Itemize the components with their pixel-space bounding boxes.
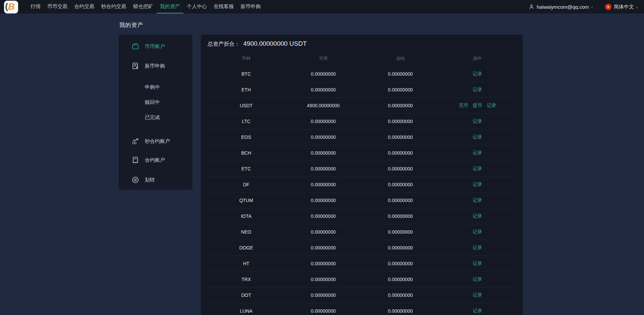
nav-item-user-center[interactable]: 个人中心 [183,0,210,13]
nav-item-spot-trading[interactable]: 币币交易 [44,0,71,13]
action-withdraw-link[interactable]: 提币 [473,103,482,109]
frozen-balance: 0.00000000 [362,308,439,314]
available-balance: 0.00000000 [285,182,362,187]
asset-row-ht: HT0.000000000.00000000记录 [208,256,516,272]
asset-row-iota: IOTA0.000000000.00000000记录 [208,208,516,224]
header-frozen: 冻结 [362,55,439,62]
brand-logo[interactable]: B [4,1,18,13]
main-nav: 行情币币交易合约交易秒合约交易锁仓挖矿我的资产个人中心在线客服新币申购 [27,0,264,13]
asset-row-etc: ETC0.000000000.00000000记录 [208,161,516,177]
action-records-link[interactable]: 记录 [473,229,482,235]
action-records-link[interactable]: 记录 [473,87,482,93]
available-balance: 0.00000000 [285,308,362,314]
sidebar-item-label: 申购中 [145,84,160,90]
sidebar-item-new-coin-subscription[interactable]: 新币申购 [119,58,192,74]
available-balance: 0.00000000 [285,134,362,140]
action-records-link[interactable]: 记录 [473,308,482,314]
coin-name: IOTA [208,213,285,219]
asset-row-btc: BTC0.000000000.00000000记录 [208,66,516,82]
action-records-link[interactable]: 记录 [487,103,496,109]
asset-row-dot: DOT0.000000000.00000000记录 [208,287,516,303]
asset-row-qtum: QTUM0.000000000.00000000记录 [208,193,516,208]
action-records-link[interactable]: 记录 [473,292,482,298]
coin-name: BCH [208,150,285,156]
coin-name: HT [208,261,285,266]
action-records-link[interactable]: 记录 [473,213,482,219]
available-balance: 0.00000000 [285,119,362,124]
available-balance: 0.00000000 [285,150,362,156]
nav-item-online-service[interactable]: 在线客服 [210,0,237,13]
account-menu[interactable]: haiwaiymcom@qq.com ‹ [528,4,593,10]
navbar-right: haiwaiymcom@qq.com ‹ ★ 简体中文 ‹ [528,0,638,13]
row-actions: 记录 [439,245,516,251]
sidebar-item-second-contract-account[interactable]: 秒合约账户 [119,133,192,149]
sidebar-item-contract-account[interactable]: 合约账户 [119,152,192,168]
sidebar-item-spot-account[interactable]: 币币账户 [119,39,192,54]
action-records-link[interactable]: 记录 [473,245,482,251]
coin-name: NEO [208,229,285,235]
available-balance: 0.00000000 [285,277,362,282]
action-records-link[interactable]: 记录 [473,182,482,188]
coin-name: LTC [208,119,285,124]
action-records-link[interactable]: 记录 [473,134,482,140]
assets-table-header: 币种 可用 冻结 操作 [208,51,516,66]
sidebar-item-subscribing[interactable]: 申购中 [119,80,192,95]
available-balance: 0.00000000 [285,245,362,250]
asset-row-trx: TRX0.000000000.00000000记录 [208,272,516,287]
sidebar-item-label: 赎回中 [145,99,160,106]
row-actions: 记录 [439,213,516,219]
chart-growth-icon [131,137,139,145]
asset-row-eth: ETH0.000000000.00000000记录 [208,82,516,98]
total-assets-label: 总资产折合： [208,41,240,48]
action-records-link[interactable]: 记录 [473,118,482,124]
coin-name: DOT [208,292,285,298]
coin-name: ETH [208,87,285,92]
nav-item-lockup-mining[interactable]: 锁仓挖矿 [130,0,157,13]
action-records-link[interactable]: 记录 [473,150,482,156]
frozen-balance: 0.00000000 [362,166,439,171]
nav-item-new-coin-subscription[interactable]: 新币申购 [237,0,264,13]
frozen-balance: 0.00000000 [362,150,439,156]
row-actions: 记录 [439,150,516,156]
coin-name: TRX [208,277,285,282]
frozen-balance: 0.00000000 [362,213,439,219]
nav-item-my-assets[interactable]: 我的资产 [157,0,183,13]
sidebar-item-completed[interactable]: 已完成 [119,110,192,125]
frozen-balance: 0.00000000 [362,261,439,266]
row-actions: 记录 [439,229,516,235]
action-records-link[interactable]: 记录 [473,166,482,172]
sidebar-item-label: 划转 [145,177,155,183]
frozen-balance: 0.00000000 [362,71,439,77]
nav-item-second-contract-trading[interactable]: 秒合约交易 [98,0,130,13]
language-label: 简体中文 [614,4,634,10]
brand-logo-letter: B [7,2,15,11]
sidebar-item-label: 新币申购 [145,63,165,69]
sidebar-item-label: 秒合约账户 [145,138,170,145]
transfer-circle-icon [131,176,139,184]
nav-item-contract-trading[interactable]: 合约交易 [71,0,98,13]
action-records-link[interactable]: 记录 [473,261,482,267]
frozen-balance: 0.00000000 [362,198,439,203]
row-actions: 记录 [439,182,516,188]
sidebar-item-redeeming[interactable]: 赎回中 [119,95,192,110]
action-records-link[interactable]: 记录 [473,276,482,282]
coin-name: QTUM [208,198,285,203]
sidebar-item-label: 币币账户 [145,43,165,50]
available-balance: 0.00000000 [285,198,362,203]
available-balance: 0.00000000 [285,229,362,235]
action-records-link[interactable]: 记录 [473,197,482,203]
asset-row-neo: NEO0.000000000.00000000记录 [208,224,516,240]
asset-row-ltc: LTC0.000000000.00000000记录 [208,114,516,129]
language-menu[interactable]: ★ 简体中文 ‹ [605,4,638,10]
nav-item-market[interactable]: 行情 [27,0,44,13]
coin-name: USDT [208,103,285,108]
row-actions: 记录 [439,71,516,77]
row-actions: 记录 [439,87,516,93]
available-balance: 0.00000000 [285,166,362,171]
sidebar-item-transfer[interactable]: 划转 [119,172,192,188]
action-records-link[interactable]: 记录 [473,71,482,77]
available-balance: 0.00000000 [285,213,362,219]
asset-row-eos: EOS0.000000000.00000000记录 [208,129,516,145]
action-deposit-link[interactable]: 充币 [459,103,468,109]
total-assets-line: 总资产折合： 4900.00000000 USDT [208,40,516,50]
